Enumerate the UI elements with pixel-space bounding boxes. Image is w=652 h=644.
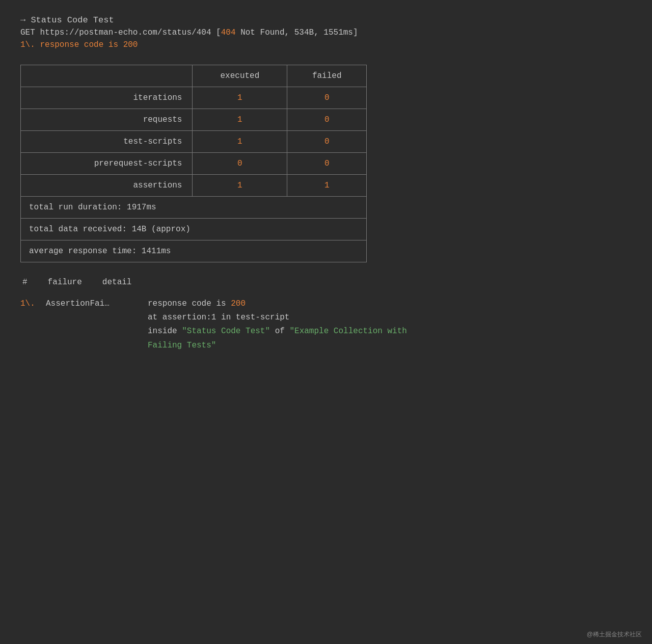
failure-type: AssertionFai… <box>46 297 148 311</box>
arrow-icon: → <box>20 15 25 25</box>
test-title: → Status Code Test <box>20 15 632 25</box>
row-failed: 0 <box>287 109 367 131</box>
table-row: requests10 <box>21 109 367 131</box>
attribution: @稀土掘金技术社区 <box>587 630 642 639</box>
table-row: prerequest-scripts00 <box>21 153 367 175</box>
row-failed: 0 <box>287 153 367 175</box>
failure-main-row: 1\. AssertionFai… response code is 200 <box>20 297 632 311</box>
failing-tests-label: Failing Tests" <box>148 339 216 353</box>
bracket-open: [ <box>216 28 221 37</box>
failures-section: # failure detail 1\. AssertionFai… respo… <box>20 278 632 353</box>
stats-table: executed failed iterations10requests10te… <box>20 65 367 262</box>
row-executed: 1 <box>193 109 287 131</box>
summary-row: average response time: 1411ms <box>21 240 367 262</box>
row-label: prerequest-scripts <box>21 153 193 175</box>
failure-at-line: at assertion:1 in test-script <box>20 311 632 325</box>
status-detail: Not Found, 534B, 1551ms] <box>240 28 358 37</box>
summary-cell: total run duration: 1917ms <box>21 197 367 219</box>
hash-label: # <box>22 278 28 287</box>
inside-text: inside "Status Code Test" of "Example Co… <box>148 325 407 338</box>
status-code-badge: 404 <box>221 28 236 37</box>
get-method: GET <box>20 28 35 37</box>
detail-col-label: detail <box>102 278 132 287</box>
col-failed-header: failed <box>287 65 367 87</box>
failure-item: 1\. AssertionFai… response code is 200 a… <box>20 297 632 353</box>
failures-header: # failure detail <box>20 278 632 287</box>
row-label: assertions <box>21 175 193 197</box>
failure-inside-line: inside "Status Code Test" of "Example Co… <box>20 325 632 338</box>
row-failed: 0 <box>287 87 367 109</box>
summary-row: total run duration: 1917ms <box>21 197 367 219</box>
row-failed: 1 <box>287 175 367 197</box>
summary-cell: total data received: 14B (approx) <box>21 219 367 240</box>
header-section: → Status Code Test GET https://postman-e… <box>20 15 632 49</box>
table-row: test-scripts10 <box>21 131 367 153</box>
row-label: test-scripts <box>21 131 193 153</box>
table-row: iterations10 <box>21 87 367 109</box>
col-label-header <box>21 65 193 87</box>
test-result-line: 1\. response code is 200 <box>20 40 632 49</box>
inside-collection-name: "Example Collection with <box>289 327 406 336</box>
row-label: requests <box>21 109 193 131</box>
table-header-row: executed failed <box>21 65 367 87</box>
row-executed: 0 <box>193 153 287 175</box>
col-executed-header: executed <box>193 65 287 87</box>
test-expected-value: 200 <box>123 40 138 49</box>
row-executed: 1 <box>193 131 287 153</box>
summary-cell: average response time: 1411ms <box>21 240 367 262</box>
inside-test-name: "Status Code Test" <box>182 327 270 336</box>
row-executed: 1 <box>193 175 287 197</box>
failure-detail-text: response code is 200 <box>148 297 246 311</box>
at-assertion-text: at assertion:1 in test-script <box>148 311 289 325</box>
row-label: iterations <box>21 87 193 109</box>
test-desc: response code is <box>40 40 123 49</box>
failure-value: 200 <box>231 299 246 308</box>
summary-row: total data received: 14B (approx) <box>21 219 367 240</box>
request-url: https://postman-echo.com/status/404 <box>40 28 211 37</box>
table-row: assertions11 <box>21 175 367 197</box>
row-failed: 0 <box>287 131 367 153</box>
failure-collection-cont: Failing Tests" <box>20 339 632 353</box>
title-label: Status Code Test <box>31 15 114 25</box>
test-num: 1\. <box>20 40 35 49</box>
row-executed: 1 <box>193 87 287 109</box>
get-line: GET https://postman-echo.com/status/404 … <box>20 28 632 37</box>
failure-col-label: failure <box>48 278 82 287</box>
failure-num: 1\. <box>20 297 46 311</box>
